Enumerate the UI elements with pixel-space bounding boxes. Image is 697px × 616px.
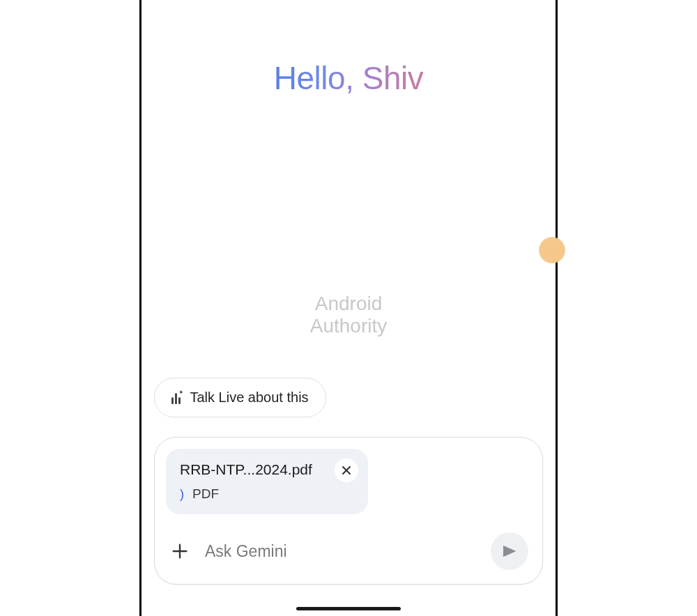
remove-attachment-button[interactable]: [335, 459, 358, 482]
greeting-text: Hello, Shiv: [274, 59, 423, 97]
talk-live-button[interactable]: ✦ Talk Live about this: [154, 378, 326, 417]
prompt-input[interactable]: [205, 542, 477, 561]
attachment-type-row: ) PDF: [180, 486, 354, 502]
attachment-card[interactable]: RRB-NTP...2024.pdf ) PDF: [166, 449, 368, 514]
close-icon: [339, 463, 353, 477]
suggestion-label: Talk Live about this: [190, 390, 309, 406]
add-button[interactable]: [169, 540, 191, 562]
home-indicator[interactable]: [296, 607, 401, 610]
send-button[interactable]: [491, 532, 528, 570]
attachment-filename: RRB-NTP...2024.pdf: [180, 461, 354, 478]
attachment-type: PDF: [192, 486, 219, 502]
main-content: Hello, Shiv Android Authority ✦ Talk Liv…: [141, 0, 556, 616]
watermark-line2: Authority: [310, 315, 388, 337]
input-container: RRB-NTP...2024.pdf ) PDF: [154, 437, 543, 585]
touch-indicator: [539, 237, 565, 263]
plus-icon: [170, 541, 190, 561]
pdf-icon: ): [180, 487, 184, 502]
watermark-line1: Android: [310, 293, 388, 315]
input-row: [166, 527, 531, 573]
watermark: Android Authority: [310, 293, 388, 337]
send-icon: [501, 543, 518, 560]
live-audio-icon: ✦: [171, 392, 181, 404]
phone-frame: Hello, Shiv Android Authority ✦ Talk Liv…: [139, 0, 558, 616]
